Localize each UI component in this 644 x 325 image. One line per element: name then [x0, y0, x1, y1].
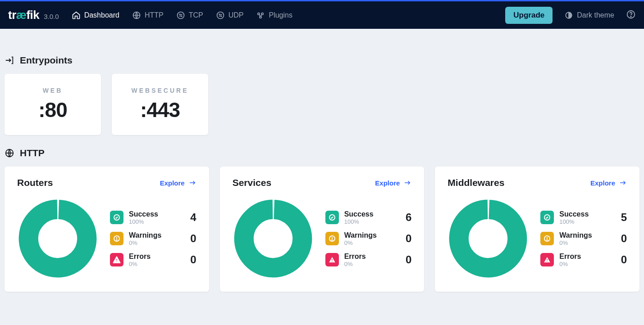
top-navbar: træfik 3.0.0 Dashboard HTTP TCP UDP Plug… — [0, 0, 644, 29]
svg-point-10 — [27, 208, 88, 269]
entrypoint-port: :443 — [140, 98, 180, 122]
arrow-right-icon — [188, 179, 196, 187]
brand-text: træfik — [8, 8, 39, 22]
svg-point-21 — [458, 208, 518, 269]
error-icon — [540, 253, 554, 266]
nav-plugins[interactable]: Plugins — [256, 11, 292, 20]
swap-icon — [216, 11, 225, 20]
services-donut-chart — [233, 198, 314, 279]
warning-icon — [540, 232, 554, 245]
error-icon — [325, 253, 339, 266]
login-icon — [5, 55, 14, 65]
version-label: 3.0.0 — [44, 13, 59, 20]
upgrade-button[interactable]: Upgrade — [505, 7, 553, 24]
nav-label: Plugins — [269, 11, 292, 19]
nav-label: HTTP — [145, 11, 164, 19]
svg-point-24 — [547, 239, 548, 240]
services-legend: Success100% 6 Warnings0% 0 Errors0% 0 — [325, 210, 412, 267]
success-icon — [325, 211, 339, 224]
nav-http[interactable]: HTTP — [132, 11, 164, 20]
legend-row-success: Success100% 6 — [325, 210, 412, 225]
svg-point-16 — [243, 208, 303, 269]
contrast-icon — [564, 11, 573, 20]
entrypoint-name: WEBSECURE — [131, 87, 188, 94]
success-count: 6 — [406, 211, 411, 224]
nav-label: TCP — [189, 11, 203, 19]
err-count: 0 — [406, 253, 411, 266]
dark-theme-label: Dark theme — [577, 11, 614, 19]
explore-link[interactable]: Explore — [590, 179, 627, 187]
nav-label: Dashboard — [84, 11, 119, 19]
nav-tcp[interactable]: TCP — [176, 11, 203, 20]
card-title: Routers — [17, 177, 53, 188]
brand-logo[interactable]: træfik 3.0.0 — [8, 8, 59, 22]
swap-icon — [176, 11, 185, 20]
legend-row-errors: Errors0% 0 — [325, 253, 412, 267]
warn-count: 0 — [190, 232, 196, 245]
section-title: HTTP — [20, 148, 45, 158]
err-count: 0 — [190, 253, 196, 266]
error-icon — [110, 253, 123, 266]
err-count: 0 — [621, 253, 627, 266]
section-header-http: HTTP — [5, 148, 639, 158]
help-icon[interactable] — [626, 9, 636, 21]
globe-icon — [132, 11, 141, 20]
legend-row-warnings: Warnings0% 0 — [325, 231, 412, 246]
svg-point-20 — [332, 261, 333, 262]
nav-udp[interactable]: UDP — [216, 11, 244, 20]
middlewares-donut-chart — [448, 198, 529, 279]
svg-point-2 — [217, 12, 224, 18]
entrypoint-card-websecure[interactable]: WEBSECURE :443 — [112, 74, 208, 135]
arrow-right-icon — [403, 179, 411, 187]
puzzle-icon — [256, 11, 265, 20]
svg-point-25 — [547, 261, 548, 262]
success-icon — [110, 211, 123, 224]
middlewares-legend: Success100% 5 Warnings0% 0 Errors0% 0 — [540, 210, 627, 267]
dark-theme-toggle[interactable]: Dark theme — [564, 11, 614, 20]
routers-donut-chart — [17, 198, 98, 279]
entrypoints-row: WEB :80 WEBSECURE :443 — [5, 74, 639, 135]
entrypoint-card-web[interactable]: WEB :80 — [5, 74, 101, 135]
entrypoint-port: :80 — [38, 98, 67, 122]
legend-row-success: Success100% 4 — [110, 210, 196, 225]
explore-label: Explore — [375, 179, 400, 187]
svg-point-3 — [258, 13, 260, 14]
success-icon — [540, 211, 554, 224]
nav-label: UDP — [228, 11, 244, 19]
middlewares-card: Middlewares Explore Success100% 5 — [435, 167, 639, 292]
svg-point-15 — [116, 261, 117, 262]
nav-dashboard[interactable]: Dashboard — [72, 11, 119, 20]
legend-row-warnings: Warnings0% 0 — [110, 231, 196, 246]
warn-count: 0 — [406, 232, 411, 245]
explore-link[interactable]: Explore — [375, 179, 411, 187]
success-count: 5 — [621, 211, 627, 224]
arrow-right-icon — [619, 179, 627, 187]
routers-legend: Success100% 4 Warnings0% 0 Errors0% 0 — [110, 210, 196, 267]
svg-point-13 — [116, 239, 117, 240]
legend-row-errors: Errors0% 0 — [540, 253, 627, 267]
card-title: Middlewares — [448, 177, 504, 188]
warning-icon — [325, 232, 339, 245]
success-count: 4 — [190, 211, 196, 224]
explore-label: Explore — [160, 179, 185, 187]
routers-card: Routers Explore Success100% 4 — [5, 167, 209, 292]
nav-right: Upgrade Dark theme — [505, 7, 636, 24]
home-icon — [72, 11, 81, 20]
card-title: Services — [233, 177, 271, 188]
http-cards-row: Routers Explore Success100% 4 — [5, 167, 639, 292]
warn-count: 0 — [621, 232, 627, 245]
page-content: Entrypoints WEB :80 WEBSECURE :443 HTTP … — [0, 29, 644, 310]
section-header-entrypoints: Entrypoints — [5, 55, 639, 66]
warning-icon — [110, 232, 123, 245]
explore-link[interactable]: Explore — [160, 179, 196, 187]
explore-label: Explore — [590, 179, 615, 187]
legend-row-errors: Errors0% 0 — [110, 253, 196, 267]
legend-row-warnings: Warnings0% 0 — [540, 231, 627, 246]
globe-icon — [5, 148, 14, 158]
section-title: Entrypoints — [20, 55, 73, 66]
services-card: Services Explore Success100% 6 — [220, 167, 425, 292]
main-nav: Dashboard HTTP TCP UDP Plugins — [72, 11, 292, 20]
legend-row-success: Success100% 5 — [540, 210, 627, 225]
entrypoint-name: WEB — [43, 87, 63, 94]
svg-point-19 — [332, 239, 332, 240]
